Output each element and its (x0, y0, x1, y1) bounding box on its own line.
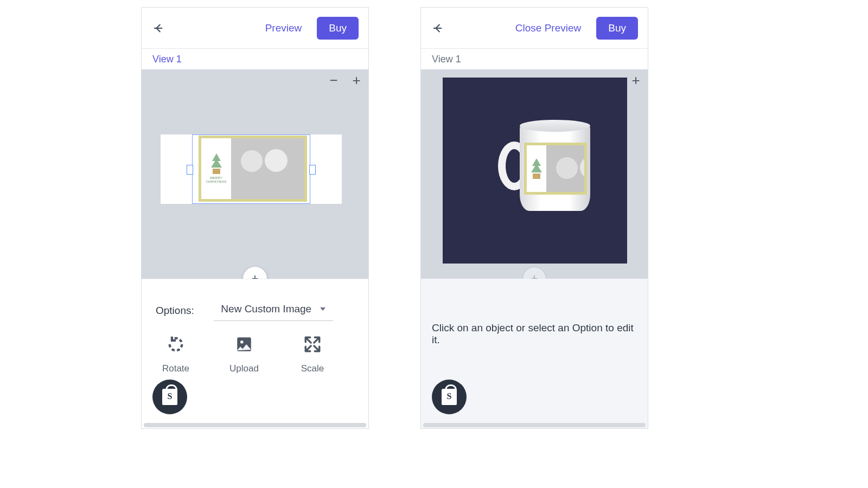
card-photo (546, 145, 584, 192)
image-icon (235, 335, 253, 354)
chevron-down-icon (320, 307, 326, 311)
back-button[interactable] (149, 18, 169, 38)
zoom-in-button[interactable]: + (629, 75, 642, 86)
mug-artwork (524, 143, 587, 195)
preview-canvas[interactable]: − + + (421, 69, 648, 279)
options-selected-value: New Custom Image (221, 303, 311, 315)
editor-panel: Preview Buy View 1 − + MERRY CHRISTMAS (141, 7, 369, 429)
options-panel: Options: New Custom Image Rotate (142, 279, 368, 428)
scale-label: Scale (301, 363, 324, 374)
card-tree-graphic: MERRY CHRISTMAS (201, 138, 231, 199)
mug-model[interactable] (501, 120, 593, 217)
upload-label: Upload (229, 363, 259, 374)
zoom-controls: − + (327, 75, 363, 86)
rotate-label: Rotate (162, 363, 189, 374)
preview-header: Close Preview Buy (421, 8, 648, 49)
mug-rim (520, 120, 590, 132)
rotate-icon (167, 335, 185, 354)
buy-button[interactable]: Buy (596, 17, 638, 40)
upload-tool[interactable]: Upload (225, 335, 263, 374)
options-select[interactable]: New Custom Image (214, 300, 333, 321)
shopping-bag-icon (162, 389, 177, 405)
arrow-left-icon (432, 22, 444, 34)
zoom-out-button[interactable]: − (327, 75, 340, 86)
scale-icon (303, 335, 322, 354)
options-label: Options: (156, 305, 194, 317)
scale-tool[interactable]: Scale (293, 335, 331, 374)
shopify-badge[interactable] (432, 380, 467, 414)
tool-row: Rotate Upload Scale (142, 323, 368, 378)
back-button[interactable] (429, 18, 448, 38)
shopping-bag-icon (442, 389, 457, 405)
view-tab[interactable]: View 1 (421, 49, 648, 69)
close-preview-button[interactable]: Close Preview (510, 19, 586, 37)
three-d-stage[interactable] (443, 78, 627, 264)
buy-button[interactable]: Buy (317, 17, 359, 40)
design-surface[interactable]: MERRY CHRISTMAS (161, 134, 342, 204)
shopify-badge[interactable] (152, 380, 187, 414)
preview-lower: Click on an object or select an Option t… (421, 279, 648, 428)
horizontal-scrollbar[interactable] (144, 423, 366, 427)
hint-text: Click on an object or select an Option t… (421, 296, 648, 346)
view-tab[interactable]: View 1 (142, 49, 368, 69)
card-caption: MERRY CHRISTMAS (201, 176, 231, 184)
card-tree-graphic (527, 145, 546, 192)
preview-panel: Close Preview Buy View 1 − + (420, 7, 648, 429)
card-photo (231, 138, 304, 199)
editor-header: Preview Buy (142, 8, 368, 49)
placed-image[interactable]: MERRY CHRISTMAS (199, 136, 307, 202)
svg-point-1 (240, 341, 244, 344)
zoom-in-button[interactable]: + (350, 75, 363, 86)
rotate-tool[interactable]: Rotate (157, 335, 195, 374)
design-canvas[interactable]: − + MERRY CHRISTMAS + (142, 69, 368, 279)
preview-button[interactable]: Preview (260, 19, 308, 37)
arrow-left-icon (153, 22, 165, 34)
horizontal-scrollbar[interactable] (423, 423, 646, 427)
